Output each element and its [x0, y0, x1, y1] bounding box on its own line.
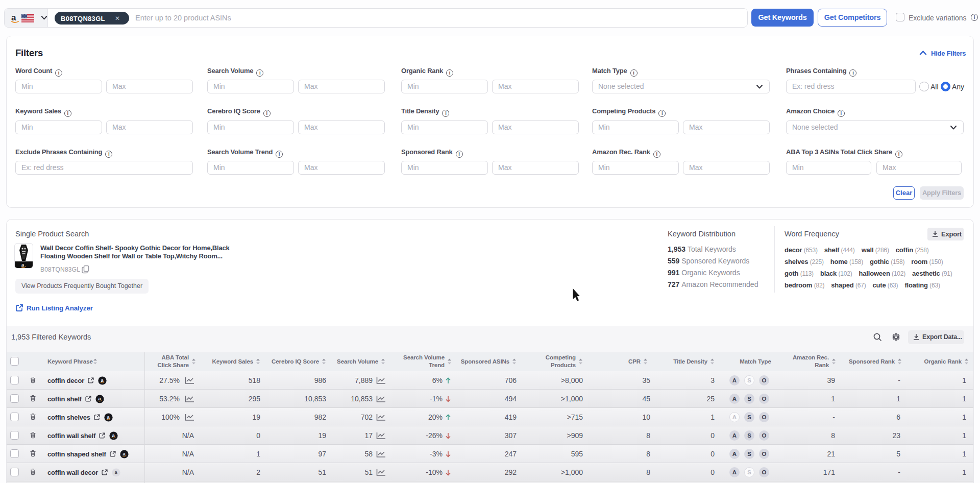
svg-text:a: a	[98, 396, 101, 401]
svg-text:a: a	[107, 415, 110, 420]
svg-text:a: a	[112, 433, 115, 438]
svg-text:a: a	[122, 451, 126, 456]
svg-text:a: a	[115, 470, 118, 475]
svg-text:a: a	[101, 378, 104, 383]
